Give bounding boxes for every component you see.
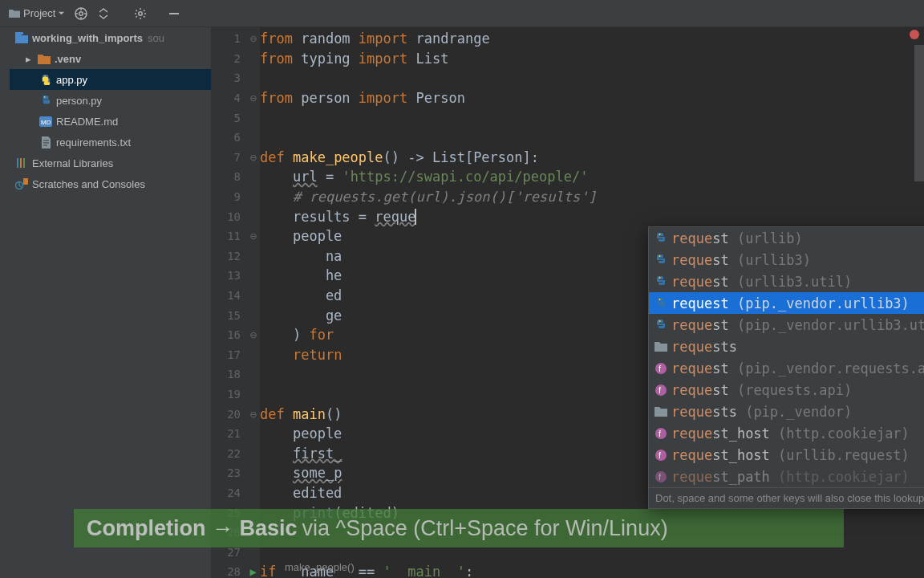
error-indicator-icon[interactable] — [910, 30, 919, 39]
tree-root-label: working_with_imports — [32, 32, 143, 44]
py-icon — [654, 253, 668, 267]
tree-external-libraries[interactable]: External Libraries — [10, 153, 211, 173]
banner-strong: Completion → Basic — [87, 516, 298, 541]
completion-item[interactable]: request (urllib3) — [649, 249, 924, 271]
left-tool-stripe[interactable] — [0, 27, 10, 578]
svg-rect-3 — [169, 13, 179, 14]
f-icon: f — [654, 361, 668, 376]
line-number: 28 ▶ — [212, 562, 260, 578]
completion-item[interactable]: frequest_host (urllib.request) — [649, 444, 924, 466]
line-number: 19 — [212, 385, 260, 405]
code-line — [260, 68, 924, 88]
presentation-hint-banner: Completion → Basic via ^Space (Ctrl+Spac… — [74, 509, 844, 547]
line-number: 10 — [212, 206, 260, 226]
line-number: 12 — [212, 246, 260, 267]
chevron-down-icon — [58, 10, 65, 17]
tree-file-requirements[interactable]: requirements.txt — [10, 132, 211, 153]
line-number: 21 — [212, 424, 260, 444]
code-line — [260, 108, 924, 128]
code-line: # requests.get(url).json()['results'] — [260, 187, 924, 207]
line-number: 4⊖ — [212, 88, 260, 108]
line-number: 13 — [212, 266, 260, 286]
run-gutter-icon[interactable]: ▶ — [250, 565, 257, 578]
line-number: 11⊖ — [212, 226, 260, 246]
py-icon — [654, 318, 668, 332]
fold-icon[interactable]: ⊖ — [250, 92, 257, 104]
fold-icon[interactable]: ⊖ — [250, 328, 257, 341]
completion-popup-footer: Dot, space and some other keys will also… — [649, 487, 924, 508]
completion-item[interactable]: request (urllib3.util) — [649, 271, 924, 292]
scratches-icon — [14, 177, 29, 191]
completion-item[interactable]: frequest (requests.api) — [649, 379, 924, 401]
venv-label: .venv — [55, 53, 81, 65]
completion-popup: request (urllib)request (urllib3)request… — [648, 226, 924, 509]
tree-scratches[interactable]: Scratches and Consoles — [10, 173, 211, 194]
fold-icon[interactable]: ⊖ — [250, 151, 257, 164]
libraries-icon — [14, 156, 29, 170]
breadcrumb[interactable]: make_people() — [285, 561, 355, 573]
completion-item[interactable]: frequest_host (http.cookiejar) — [649, 422, 924, 444]
line-number: 8 — [212, 167, 260, 187]
line-number: 3 — [212, 68, 260, 88]
svg-text:MD: MD — [41, 119, 51, 126]
expand-all-icon[interactable] — [92, 2, 115, 25]
person-label: person.py — [56, 95, 102, 107]
line-number: 7⊖ — [212, 148, 260, 168]
folder-excluded-icon — [37, 51, 51, 66]
line-number: 18 — [212, 364, 260, 385]
code-area[interactable]: from random import randrange from typing… — [260, 27, 924, 578]
fold-icon[interactable]: ⊖ — [250, 32, 257, 45]
completion-item[interactable]: request (urllib) — [649, 227, 924, 249]
line-number: 2 — [212, 49, 260, 69]
tree-venv[interactable]: ▸ .venv — [10, 48, 211, 69]
line-number: 1⊖ — [212, 29, 260, 49]
code-editor[interactable]: 1⊖ 2 3 4⊖ 5 6 7⊖ 8 9 10 11⊖ 12 13 14 15 … — [212, 27, 924, 578]
project-label: Project — [23, 7, 55, 19]
module-icon — [14, 31, 29, 45]
line-number: 16⊖ — [212, 325, 260, 345]
line-number: 22 — [212, 443, 260, 463]
svg-point-15 — [659, 255, 661, 257]
tree-root[interactable]: working_with_imports sou — [10, 27, 211, 48]
tree-file-person[interactable]: person.py — [10, 90, 211, 111]
svg-rect-10 — [20, 158, 22, 168]
code-line: from person import Person — [260, 88, 924, 108]
completion-item[interactable]: frequest_path (http.cookiejar) — [649, 466, 924, 487]
tree-file-readme[interactable]: MD README.md — [10, 111, 211, 132]
svg-point-1 — [79, 11, 83, 15]
markdown-file-icon: MD — [38, 114, 53, 128]
completion-item[interactable]: requests (pip._vendor) — [649, 401, 924, 422]
completion-item[interactable]: request (pip._vendor.urllib3) — [649, 292, 924, 314]
svg-rect-9 — [17, 158, 18, 168]
editor-gutter: 1⊖ 2 3 4⊖ 5 6 7⊖ 8 9 10 11⊖ 12 13 14 15 … — [212, 27, 260, 578]
folder-icon — [654, 340, 668, 354]
svg-rect-13 — [23, 178, 28, 185]
hide-minimize-icon[interactable] — [163, 2, 185, 25]
line-number: 20⊖ — [212, 404, 260, 424]
editor-scrollbar[interactable] — [914, 45, 924, 181]
settings-gear-icon[interactable] — [129, 2, 152, 25]
fold-icon[interactable]: ⊖ — [250, 408, 257, 421]
python-file-icon — [38, 93, 53, 108]
code-line: def make_people() -> List[Person]: — [260, 148, 924, 168]
top-toolbar: Project — [0, 0, 924, 27]
line-number: 17 — [212, 345, 260, 365]
project-tree: working_with_imports sou ▸ .venv app.py … — [10, 27, 212, 578]
project-tool-window-button[interactable]: Project — [3, 6, 70, 22]
external-label: External Libraries — [32, 157, 113, 169]
completion-hint-text: Dot, space and some other keys will also… — [655, 492, 924, 504]
line-number: 9 — [212, 187, 260, 207]
project-folder-icon — [8, 7, 21, 20]
banner-rest: via ^Space (Ctrl+Space for Win/Linux) — [302, 516, 668, 541]
f-icon: f — [654, 470, 668, 484]
completion-item[interactable]: request (pip._vendor.urllib3.util) — [649, 314, 924, 336]
line-number: 5 — [212, 108, 260, 128]
f-icon: f — [654, 383, 668, 397]
f-icon: f — [654, 448, 668, 462]
fold-icon[interactable]: ⊖ — [250, 230, 257, 242]
completion-item[interactable]: frequest (pip._vendor.requests.api) — [649, 357, 924, 379]
svg-rect-4 — [15, 32, 23, 35]
completion-item[interactable]: requests — [649, 336, 924, 357]
tree-file-app[interactable]: app.py — [10, 69, 211, 90]
select-opened-file-icon[interactable] — [70, 2, 92, 25]
